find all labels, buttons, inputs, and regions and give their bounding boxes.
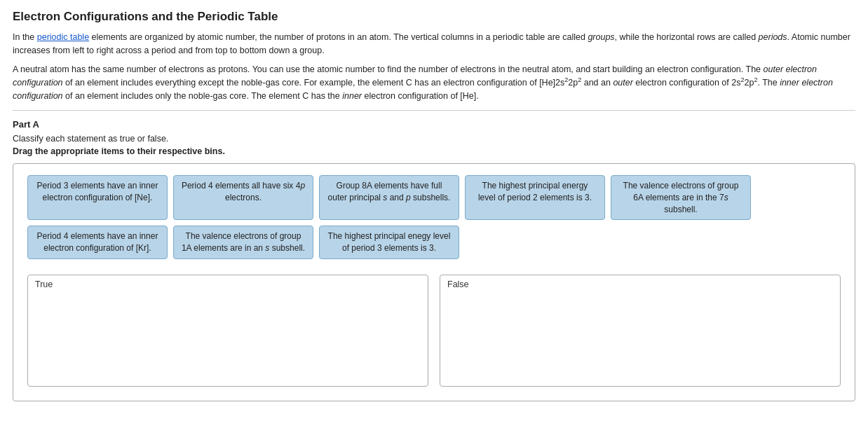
divider xyxy=(13,110,855,111)
drag-item-7[interactable]: The valence electrons of group 1A elemen… xyxy=(173,226,313,259)
page-title: Electron Configurations and the Periodic… xyxy=(13,10,855,24)
false-bin[interactable]: False xyxy=(440,275,841,387)
part-a-label: Part A xyxy=(13,119,855,130)
drag-item-3[interactable]: Group 8A elements have full outer princi… xyxy=(319,175,459,220)
drop-zones-container: True False xyxy=(27,275,841,387)
drag-instruction: Drag the appropriate items to their resp… xyxy=(13,146,855,156)
intro-paragraph-1: In the periodic table elements are organ… xyxy=(13,31,855,57)
drag-item-4[interactable]: The highest principal energy level of pe… xyxy=(465,175,605,220)
draggable-items-container: Period 3 elements have an inner electron… xyxy=(27,175,841,259)
classify-instruction: Classify each statement as true or false… xyxy=(13,134,855,144)
drag-item-5[interactable]: The valence electrons of group 6A elemen… xyxy=(611,175,751,220)
intro-paragraph-2: A neutral atom has the same number of el… xyxy=(13,63,855,103)
drag-item-8[interactable]: The highest principal enegy level of per… xyxy=(319,226,459,259)
true-bin-label: True xyxy=(35,279,53,289)
drag-item-1[interactable]: Period 3 elements have an inner electron… xyxy=(27,175,168,220)
false-bin-label: False xyxy=(447,279,469,289)
periodic-table-link[interactable]: periodic table xyxy=(37,32,89,42)
activity-box: Period 3 elements have an inner electron… xyxy=(13,163,855,401)
drag-item-6[interactable]: Period 4 elements have an inner electron… xyxy=(27,226,168,259)
true-bin[interactable]: True xyxy=(27,275,428,387)
drag-item-2[interactable]: Period 4 elements all have six 4p electr… xyxy=(173,175,313,220)
